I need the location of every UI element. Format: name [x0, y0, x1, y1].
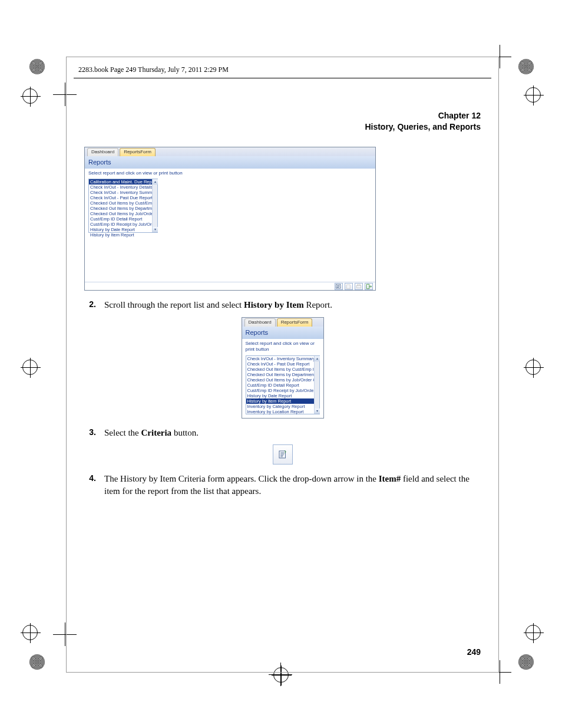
tab-row: Dashboard ReportsForm [242, 318, 323, 327]
toolbar [85, 282, 375, 290]
criteria-icon [277, 449, 288, 460]
list-item[interactable]: Check In/Out - Inventory Summary [246, 356, 319, 361]
scrollbar[interactable]: ▴ ▾ [314, 356, 319, 414]
list-item[interactable]: Check In/Out - Inventory Details [89, 185, 157, 190]
tab-dashboard[interactable]: Dashboard [87, 148, 118, 156]
step-body: Scroll through the report list and selec… [104, 299, 481, 311]
list-item[interactable]: Check In/Out - Past Due Report [246, 361, 319, 367]
panel-title: Reports [242, 327, 323, 339]
chapter-header: Chapter 12 History, Queries, and Reports [67, 78, 498, 137]
criteria-button-large[interactable] [273, 444, 293, 465]
step-body: The History by Item Criteria form appear… [104, 473, 481, 497]
list-item[interactable]: Cust/Emp ID Detail Report [246, 383, 319, 388]
report-listbox[interactable]: Check In/Out - Inventory SummaryCheck In… [246, 355, 320, 414]
tab-reportsform[interactable]: ReportsForm [277, 318, 313, 327]
scroll-up-icon[interactable]: ▴ [315, 356, 320, 361]
view-button[interactable] [345, 283, 353, 290]
page-number: 249 [467, 647, 481, 657]
list-item[interactable]: Inventory by Location Report [246, 409, 319, 414]
step-number: 4. [84, 473, 96, 497]
screenshot-reports-form: Dashboard ReportsForm Reports Select rep… [84, 147, 376, 291]
svg-rect-2 [358, 284, 361, 285]
scroll-down-icon[interactable]: ▾ [315, 409, 320, 414]
print-dot [29, 59, 45, 74]
report-listbox[interactable]: Calibration and Maint. Due ReportCheck I… [88, 179, 158, 233]
svg-rect-1 [356, 285, 361, 288]
list-item[interactable]: Checked Out Items by Cust/Emp ID [246, 367, 319, 372]
tab-row: Dashboard ReportsForm [85, 147, 375, 156]
list-item[interactable]: History by Item Report [89, 232, 157, 238]
list-item[interactable]: Calibration and Maint. Due Report [89, 179, 157, 185]
list-item[interactable]: History by Item Report [246, 398, 319, 404]
scrollbar[interactable]: ▴ ▾ [152, 179, 157, 232]
tab-dashboard[interactable]: Dashboard [244, 318, 276, 327]
chapter-title: History, Queries, and Reports [67, 121, 481, 133]
list-item[interactable]: History by Date Report [246, 393, 319, 398]
panel-title: Reports [85, 156, 375, 169]
book-header: 2283.book Page 249 Thursday, July 7, 201… [74, 57, 491, 78]
list-item[interactable]: Cust/Emp ID Receipt by Job/Order# [89, 222, 157, 227]
registration-mark [525, 87, 541, 103]
scroll-down-icon[interactable]: ▾ [153, 227, 158, 232]
list-item[interactable]: Checked Out Items by Cust/Emp ID [89, 200, 157, 206]
instruction-text: Select report and click on view or print… [85, 169, 375, 178]
step-3: 3. Select the Criteria button. [84, 427, 481, 439]
tab-reportsform[interactable]: ReportsForm [120, 148, 156, 156]
list-item[interactable]: Check In/Out - Past Due Report [89, 195, 157, 200]
list-item[interactable]: History by Date Report [89, 227, 157, 232]
step-4: 4. The History by Item Criteria form app… [84, 473, 481, 497]
step-number: 2. [84, 299, 96, 311]
step-body: Select the Criteria button. [104, 427, 481, 439]
list-item[interactable]: Checked Out Items by Department [246, 372, 319, 377]
criteria-button[interactable] [335, 283, 343, 290]
page-frame: 2283.book Page 249 Thursday, July 7, 201… [66, 57, 499, 673]
chapter-number: Chapter 12 [67, 110, 481, 121]
step-number: 3. [84, 427, 96, 439]
screenshot-reports-list: Dashboard ReportsForm Reports Select rep… [242, 317, 324, 419]
exit-button[interactable] [365, 283, 373, 290]
registration-mark [525, 625, 541, 640]
list-item[interactable]: Checked Out Items by Department [89, 206, 157, 211]
registration-mark [22, 360, 38, 375]
scroll-up-icon[interactable]: ▴ [153, 179, 158, 185]
print-dot [29, 654, 45, 670]
instruction-text: Select report and click on view or print… [242, 339, 323, 355]
step-2: 2. Scroll through the report list and se… [84, 299, 481, 311]
list-item[interactable]: Inventory by Category Report [246, 404, 319, 409]
list-item[interactable]: Cust/Emp ID Receipt by Job/Order# [246, 388, 319, 393]
svg-rect-3 [279, 451, 286, 458]
print-dot [518, 654, 534, 670]
list-item[interactable]: Checked Out Items by Job/Order # [246, 377, 319, 383]
registration-mark [22, 88, 38, 104]
registration-mark [525, 360, 541, 375]
print-button[interactable] [355, 283, 363, 290]
print-dot [518, 59, 534, 74]
list-item[interactable]: Check In/Out - Inventory Summary [89, 190, 157, 195]
list-item[interactable]: Checked Out Items by Job/Order # [89, 211, 157, 216]
registration-mark [22, 625, 38, 640]
list-item[interactable]: Cust/Emp ID Detail Report [89, 216, 157, 222]
